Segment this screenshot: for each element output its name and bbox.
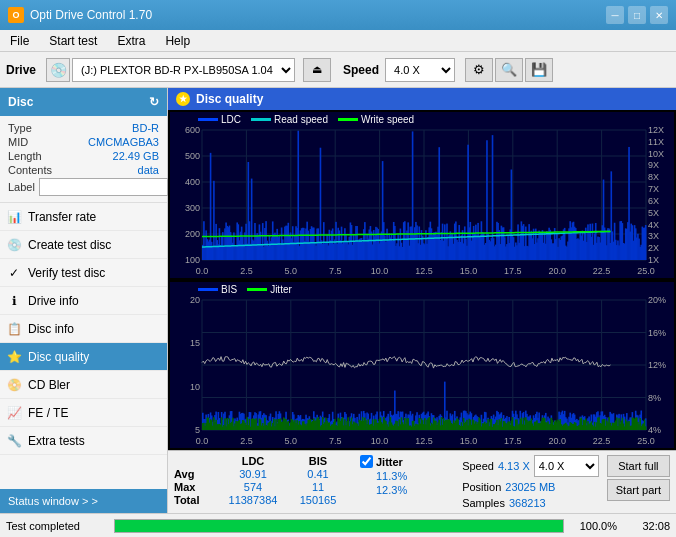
close-button[interactable]: ✕ bbox=[650, 6, 668, 24]
upper-legend: LDC Read speed Write speed bbox=[198, 114, 414, 125]
disc-refresh-icon[interactable]: ↻ bbox=[149, 95, 159, 109]
disc-info-panel: Type BD-R MID CMCMAGBA3 Length 22.49 GB … bbox=[0, 116, 167, 203]
read-speed-legend-item: Read speed bbox=[251, 114, 328, 125]
time-display: 32:08 bbox=[625, 520, 670, 532]
charts-area: LDC Read speed Write speed bbox=[168, 110, 676, 450]
stats-avg-label: Avg bbox=[174, 468, 218, 480]
stats-ldc-header: LDC bbox=[219, 455, 287, 467]
sidebar-item-disc-quality-label: Disc quality bbox=[28, 350, 89, 364]
stats-panel: LDC BIS Avg 30.91 0.41 Max 574 11 Total … bbox=[168, 450, 676, 513]
sidebar-item-disc-info-label: Disc info bbox=[28, 322, 74, 336]
cd-bler-icon: 📀 bbox=[6, 377, 22, 393]
status-window-label: Status window > > bbox=[8, 495, 98, 507]
sidebar: Disc ↻ Type BD-R MID CMCMAGBA3 Length 22… bbox=[0, 88, 168, 513]
stats-header-empty bbox=[174, 455, 218, 467]
sidebar-item-extra-tests-label: Extra tests bbox=[28, 434, 85, 448]
save-button[interactable]: 💾 bbox=[525, 58, 553, 82]
disc-contents-label: Contents bbox=[8, 164, 52, 176]
speed-position-section: Speed 4.13 X 4.0 X Position 23025 MB Sam… bbox=[462, 455, 599, 509]
toolbar-icons: ⚙ 🔍 💾 bbox=[465, 58, 553, 82]
sidebar-item-transfer-rate-label: Transfer rate bbox=[28, 210, 96, 224]
stats-row-1: LDC BIS Avg 30.91 0.41 Max 574 11 Total … bbox=[174, 455, 670, 509]
stats-bis-header: BIS bbox=[288, 455, 348, 467]
stats-table: LDC BIS Avg 30.91 0.41 Max 574 11 Total … bbox=[174, 455, 348, 506]
position-value: 23025 MB bbox=[505, 481, 555, 493]
right-panel: ★ Disc quality LDC Read speed bbox=[168, 88, 676, 513]
sidebar-item-create-test-disc[interactable]: 💿 Create test disc bbox=[0, 231, 167, 259]
menu-start-test[interactable]: Start test bbox=[45, 32, 101, 50]
bis-legend-color bbox=[198, 288, 218, 291]
upper-chart-canvas bbox=[170, 112, 674, 278]
drive-dropdown[interactable]: (J:) PLEXTOR BD-R PX-LB950SA 1.04 bbox=[72, 58, 295, 82]
lower-chart-canvas bbox=[170, 282, 674, 448]
stats-total-ldc: 11387384 bbox=[219, 494, 287, 506]
sidebar-item-disc-quality[interactable]: ⭐ Disc quality bbox=[0, 343, 167, 371]
jitter-section: Jitter 11.3% 12.3% bbox=[360, 455, 407, 496]
label-input[interactable] bbox=[39, 178, 168, 196]
status-window-button[interactable]: Status window > > bbox=[0, 489, 167, 513]
app-icon: O bbox=[8, 7, 24, 23]
drive-info-icon: ℹ bbox=[6, 293, 22, 309]
sidebar-item-drive-info[interactable]: ℹ Drive info bbox=[0, 287, 167, 315]
sidebar-item-verify-test-disc[interactable]: ✓ Verify test disc bbox=[0, 259, 167, 287]
speed-select[interactable]: 4.0 X bbox=[534, 455, 599, 477]
config-icon-button[interactable]: ⚙ bbox=[465, 58, 493, 82]
menu-file[interactable]: File bbox=[6, 32, 33, 50]
drive-toolbar: Drive 💿 (J:) PLEXTOR BD-R PX-LB950SA 1.0… bbox=[0, 52, 676, 88]
speed-dropdown[interactable]: 4.0 X bbox=[385, 58, 455, 82]
progress-bar-container bbox=[114, 519, 564, 533]
disc-label-text: Label bbox=[8, 181, 35, 193]
menu-help[interactable]: Help bbox=[161, 32, 194, 50]
progress-percent: 100.0% bbox=[572, 520, 617, 532]
sidebar-item-cd-bler[interactable]: 📀 CD Bler bbox=[0, 371, 167, 399]
minimize-button[interactable]: ─ bbox=[606, 6, 624, 24]
title-bar-left: O Opti Drive Control 1.70 bbox=[8, 7, 152, 23]
samples-label: Samples bbox=[462, 497, 505, 509]
sidebar-item-fe-te[interactable]: 📈 FE / TE bbox=[0, 399, 167, 427]
sidebar-item-cd-bler-label: CD Bler bbox=[28, 378, 70, 392]
speed-row: Speed 4.13 X 4.0 X bbox=[462, 455, 599, 477]
disc-type-label: Type bbox=[8, 122, 32, 134]
bis-legend-label: BIS bbox=[221, 284, 237, 295]
disc-contents-value: data bbox=[138, 164, 159, 176]
drive-selector: 💿 (J:) PLEXTOR BD-R PX-LB950SA 1.04 bbox=[46, 58, 295, 82]
eject-button[interactable]: ⏏ bbox=[303, 58, 331, 82]
upper-chart: LDC Read speed Write speed bbox=[170, 112, 674, 278]
stats-avg-bis: 0.41 bbox=[288, 468, 348, 480]
title-bar-controls: ─ □ ✕ bbox=[606, 6, 668, 24]
status-bar: Test completed 100.0% 32:08 bbox=[0, 513, 676, 537]
bis-legend-item: BIS bbox=[198, 284, 237, 295]
start-part-button[interactable]: Start part bbox=[607, 479, 670, 501]
jitter-checkbox[interactable] bbox=[360, 455, 373, 468]
jitter-legend-label: Jitter bbox=[270, 284, 292, 295]
read-speed-legend-color bbox=[251, 118, 271, 121]
speed-value-stat: 4.13 X bbox=[498, 460, 530, 472]
sidebar-item-extra-tests[interactable]: 🔧 Extra tests bbox=[0, 427, 167, 455]
stats-max-bis: 11 bbox=[288, 481, 348, 493]
main-content: Disc ↻ Type BD-R MID CMCMAGBA3 Length 22… bbox=[0, 88, 676, 513]
jitter-avg-value: 11.3% bbox=[376, 470, 407, 482]
action-buttons: Start full Start part bbox=[607, 455, 670, 501]
disc-type-row: Type BD-R bbox=[8, 122, 159, 134]
stats-max-ldc: 574 bbox=[219, 481, 287, 493]
start-full-button[interactable]: Start full bbox=[607, 455, 670, 477]
maximize-button[interactable]: □ bbox=[628, 6, 646, 24]
disc-contents-row: Contents data bbox=[8, 164, 159, 176]
disc-quality-icon: ⭐ bbox=[6, 349, 22, 365]
stats-max-label: Max bbox=[174, 481, 218, 493]
disc-scan-button[interactable]: 🔍 bbox=[495, 58, 523, 82]
title-bar: O Opti Drive Control 1.70 ─ □ ✕ bbox=[0, 0, 676, 30]
write-speed-legend-label: Write speed bbox=[361, 114, 414, 125]
menu-extra[interactable]: Extra bbox=[113, 32, 149, 50]
ldc-legend-label: LDC bbox=[221, 114, 241, 125]
sidebar-item-disc-info[interactable]: 📋 Disc info bbox=[0, 315, 167, 343]
disc-type-value: BD-R bbox=[132, 122, 159, 134]
app-title: Opti Drive Control 1.70 bbox=[30, 8, 152, 22]
sidebar-item-transfer-rate[interactable]: 📊 Transfer rate bbox=[0, 203, 167, 231]
samples-value: 368213 bbox=[509, 497, 546, 509]
jitter-label: Jitter bbox=[376, 456, 403, 468]
sidebar-item-verify-test-disc-label: Verify test disc bbox=[28, 266, 105, 280]
jitter-legend-item: Jitter bbox=[247, 284, 292, 295]
extra-tests-icon: 🔧 bbox=[6, 433, 22, 449]
verify-test-disc-icon: ✓ bbox=[6, 265, 22, 281]
